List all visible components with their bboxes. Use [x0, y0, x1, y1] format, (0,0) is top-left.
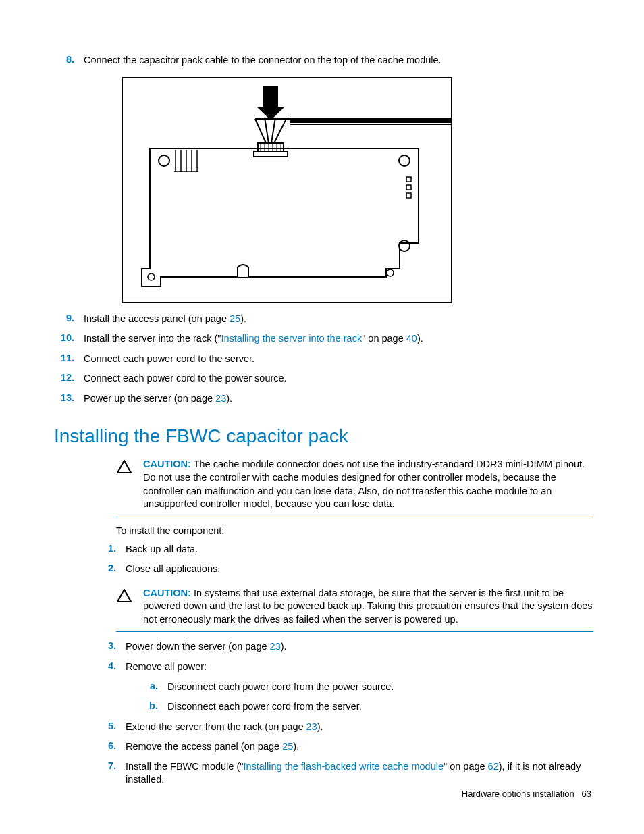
- install-steps-a: 1. Back up all data. 2. Close all applic…: [96, 543, 593, 576]
- step-8: 8. Connect the capacitor pack cable to t…: [54, 54, 593, 68]
- page-link-40[interactable]: 40: [406, 333, 417, 344]
- caution-icon: [116, 587, 143, 603]
- step-1: 1. Back up all data.: [96, 543, 593, 556]
- svg-rect-1: [122, 78, 452, 124]
- svg-marker-37: [117, 461, 131, 473]
- intro-text: To install the component:: [116, 525, 593, 536]
- step-10: 10. Install the server into the rack ("I…: [54, 332, 593, 346]
- step-number: 2.: [96, 563, 126, 573]
- step-text: Power up the server (on page 23).: [84, 392, 593, 406]
- top-step-list: 8. Connect the capacitor pack cable to t…: [54, 54, 593, 68]
- section-title: Installing the FBWC capacitor pack: [54, 425, 593, 447]
- step-7: 7. Install the FBWC module ("Installing …: [96, 760, 593, 787]
- step-number: 9.: [54, 313, 84, 323]
- caution-icon: [116, 458, 143, 474]
- cache-module-diagram: [122, 77, 452, 303]
- page-link-23b[interactable]: 23: [270, 641, 281, 652]
- step-number: 4.: [96, 660, 126, 671]
- page-link-23[interactable]: 23: [215, 393, 226, 404]
- footer-page: 63: [582, 789, 591, 799]
- page-link-23c[interactable]: 23: [306, 721, 317, 732]
- step-12: 12. Connect each power cord to the power…: [54, 372, 593, 386]
- step-text: Back up all data.: [126, 543, 593, 556]
- sub-steps: a. Disconnect each power cord from the p…: [117, 681, 593, 714]
- substep-text: Disconnect each power cord from the powe…: [167, 681, 593, 694]
- svg-rect-35: [406, 185, 411, 190]
- step-9: 9. Install the access panel (on page 25)…: [54, 313, 593, 326]
- step-3: 3. Power down the server (on page 23).: [96, 640, 593, 654]
- svg-point-23: [159, 155, 169, 166]
- svg-rect-21: [263, 86, 278, 107]
- substep-letter: b.: [117, 700, 167, 711]
- step-number: 13.: [54, 392, 84, 403]
- page-link-25[interactable]: 25: [230, 313, 240, 324]
- step-2: 2. Close all applications.: [96, 563, 593, 576]
- link-install-server-rack[interactable]: Installing the server into the rack: [221, 333, 362, 344]
- svg-rect-34: [406, 177, 411, 182]
- svg-point-26: [148, 273, 155, 280]
- svg-rect-36: [406, 193, 411, 198]
- install-steps-c: 5. Extend the server from the rack (on p…: [96, 721, 593, 787]
- substep-b: b. Disconnect each power cord from the s…: [117, 700, 593, 714]
- step-number: 5.: [96, 721, 126, 731]
- svg-point-25: [399, 240, 410, 251]
- step-text: Remove the access panel (on page 25).: [126, 740, 593, 754]
- substep-text: Disconnect each power cord from the serv…: [167, 700, 593, 714]
- step-6: 6. Remove the access panel (on page 25).: [96, 740, 593, 754]
- step-number: 3.: [96, 640, 126, 651]
- caution-text: CAUTION: In systems that use external da…: [143, 587, 593, 627]
- svg-point-27: [387, 269, 394, 276]
- page-link-25b[interactable]: 25: [282, 741, 293, 752]
- link-install-fbwc[interactable]: Installing the flash-backed write cache …: [243, 761, 444, 772]
- step-13: 13. Power up the server (on page 23).: [54, 392, 593, 406]
- substep-a: a. Disconnect each power cord from the p…: [117, 681, 593, 694]
- page-footer: Hardware options installation 63: [462, 789, 591, 799]
- step-text: Power down the server (on page 23).: [126, 640, 593, 654]
- step-number: 1.: [96, 543, 126, 554]
- footer-section: Hardware options installation: [462, 789, 574, 799]
- install-steps-b: 3. Power down the server (on page 23). 4…: [96, 640, 593, 673]
- step-number: 10.: [54, 332, 84, 343]
- caution-callout-1: CAUTION: The cache module connector does…: [116, 454, 593, 517]
- top-step-list-cont: 9. Install the access panel (on page 25)…: [54, 313, 593, 406]
- step-text: Close all applications.: [126, 563, 593, 576]
- svg-point-24: [399, 155, 410, 166]
- step-4: 4. Remove all power:: [96, 660, 593, 674]
- step-number: 6.: [96, 740, 126, 751]
- step-number: 7.: [96, 760, 126, 771]
- svg-rect-14: [254, 151, 288, 157]
- step-number: 11.: [54, 353, 84, 363]
- step-11: 11. Connect each power cord to the serve…: [54, 353, 593, 366]
- step-text: Extend the server from the rack (on page…: [126, 721, 593, 734]
- step-text: Install the access panel (on page 25).: [84, 313, 593, 326]
- step-text: Remove all power:: [126, 660, 593, 674]
- svg-marker-38: [117, 590, 131, 602]
- caution-text: CAUTION: The cache module connector does…: [143, 458, 593, 511]
- step-number: 12.: [54, 372, 84, 383]
- caution-callout-2: CAUTION: In systems that use external da…: [116, 583, 593, 633]
- step-text: Install the server into the rack ("Insta…: [84, 332, 593, 346]
- step-text: Connect the capacitor pack cable to the …: [84, 54, 593, 68]
- substep-letter: a.: [117, 681, 167, 692]
- step-text: Connect each power cord to the power sou…: [84, 372, 593, 386]
- page-link-62[interactable]: 62: [488, 761, 499, 772]
- step-5: 5. Extend the server from the rack (on p…: [96, 721, 593, 734]
- step-text: Install the FBWC module ("Installing the…: [126, 760, 593, 787]
- step-number: 8.: [54, 54, 84, 65]
- step-text: Connect each power cord to the server.: [84, 353, 593, 366]
